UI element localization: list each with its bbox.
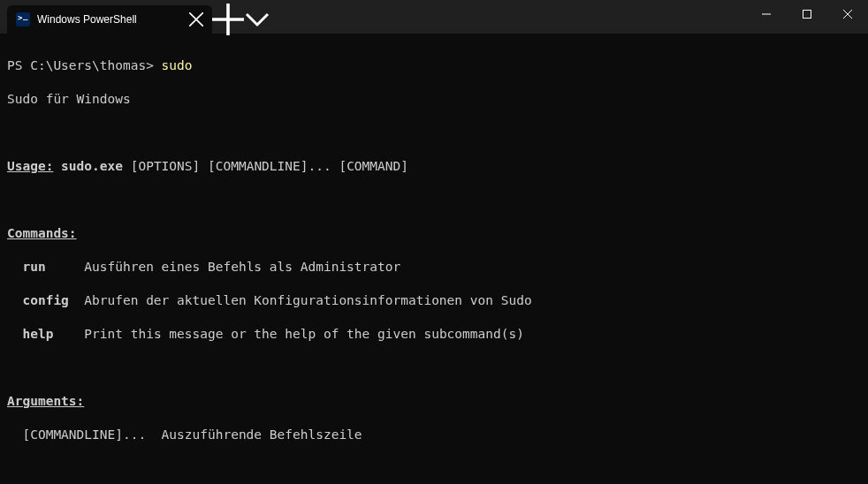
powershell-icon [16, 12, 30, 26]
svg-rect-5 [803, 11, 811, 19]
output-text: Sudo für Windows [7, 91, 861, 108]
cmd-config-desc: Abrufen der aktuellen Konfigurationsinfo… [69, 293, 532, 307]
maximize-button[interactable] [787, 0, 827, 28]
cmd-help-desc: Print this message or the help of the gi… [53, 327, 524, 341]
close-button[interactable] [827, 0, 868, 28]
usage-args: [OPTIONS] [COMMANDLINE]... [COMMAND] [131, 159, 408, 173]
arg-line: [COMMANDLINE]... Auszuführende Befehlsze… [7, 427, 861, 443]
tab-gap [0, 0, 7, 34]
cmd-run-desc: Ausführen eines Befehls als Administrato… [46, 260, 401, 274]
arguments-label: Arguments: [7, 394, 84, 408]
prompt: PS C:\Users\thomas> [7, 58, 162, 72]
tab-close-button[interactable] [189, 12, 203, 26]
tab-title: Windows PowerShell [37, 13, 189, 26]
usage-exe: sudo.exe [53, 159, 130, 173]
cmd-run: run [7, 260, 46, 274]
terminal-output[interactable]: PS C:\Users\thomas> sudo Sudo für Window… [0, 34, 868, 484]
cmd-config: config [7, 293, 69, 307]
command-input: sudo [162, 58, 193, 72]
window-controls [746, 0, 868, 28]
new-tab-button[interactable] [212, 5, 244, 34]
tab-powershell[interactable]: Windows PowerShell [7, 5, 212, 34]
titlebar: Windows PowerShell [0, 0, 868, 34]
usage-label: Usage: [7, 159, 53, 173]
cmd-help: help [7, 327, 53, 341]
tab-dropdown-button[interactable] [244, 5, 270, 34]
minimize-button[interactable] [746, 0, 787, 28]
commands-label: Commands: [7, 226, 77, 240]
